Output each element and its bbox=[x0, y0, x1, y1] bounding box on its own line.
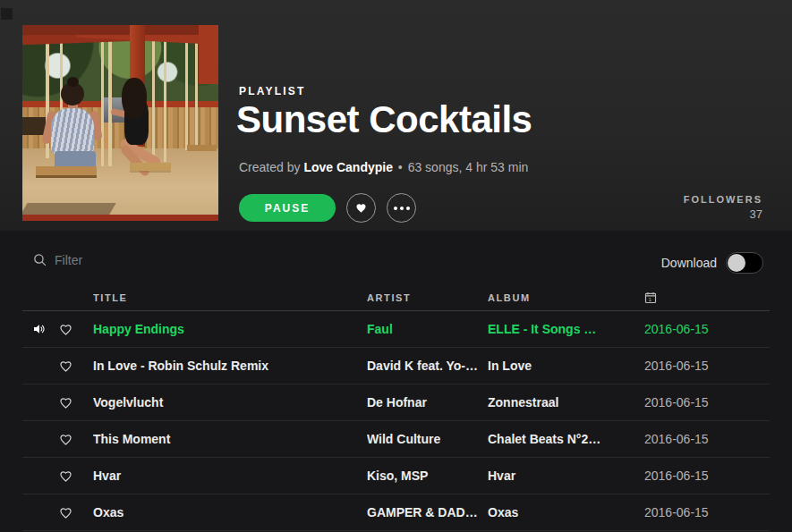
pause-button[interactable]: PAUSE bbox=[239, 194, 336, 222]
byline-separator: • bbox=[398, 160, 403, 174]
table-row[interactable]: Oxas GAMPER & DAD… Oxas 2016-06-15 bbox=[22, 494, 770, 531]
download-toggle[interactable] bbox=[726, 252, 763, 274]
byline: Created by Love Candypie • 63 songs, 4 h… bbox=[239, 160, 528, 174]
track-title[interactable]: In Love - Robin Schulz Remix bbox=[93, 359, 367, 373]
track-artist[interactable]: Kiso, MSP bbox=[367, 469, 488, 483]
track-title[interactable]: Happy Endings bbox=[93, 322, 367, 336]
track-date-added: 2016-06-15 bbox=[644, 322, 770, 336]
track-artist[interactable]: GAMPER & DAD… bbox=[367, 505, 488, 519]
page-title: Sunset Cocktails bbox=[236, 98, 532, 141]
like-track-heart-icon[interactable] bbox=[58, 505, 73, 520]
column-header-date-added[interactable]: 1 bbox=[644, 291, 770, 304]
track-album[interactable]: ELLE - It Songs … bbox=[488, 322, 644, 336]
track-artist[interactable]: Faul bbox=[367, 322, 488, 336]
track-title[interactable]: This Moment bbox=[93, 432, 367, 446]
like-track-heart-icon[interactable] bbox=[58, 432, 73, 447]
svg-text:1: 1 bbox=[649, 296, 653, 301]
like-track-heart-icon[interactable] bbox=[58, 395, 73, 410]
followers-label: FOLLOWERS bbox=[684, 194, 762, 205]
track-album[interactable]: Oxas bbox=[488, 505, 644, 519]
playlist-hero: PLAYLIST Sunset Cocktails Created by Lov… bbox=[0, 0, 792, 231]
table-row[interactable]: In Love - Robin Schulz Remix David K fea… bbox=[22, 348, 770, 384]
track-artist[interactable]: De Hofnar bbox=[367, 395, 488, 410]
more-options-button[interactable] bbox=[387, 193, 416, 223]
column-header-album[interactable]: ALBUM bbox=[488, 292, 644, 303]
filter-search bbox=[32, 252, 251, 267]
track-album[interactable]: Zonnestraal bbox=[488, 395, 644, 410]
track-title[interactable]: Vogelvlucht bbox=[93, 395, 367, 410]
track-artist[interactable]: David K feat. Yo-… bbox=[367, 359, 488, 373]
like-track-heart-icon[interactable] bbox=[58, 359, 73, 374]
track-date-added: 2016-06-15 bbox=[644, 505, 770, 519]
owner-link[interactable]: Love Candypie bbox=[303, 160, 393, 174]
search-icon[interactable] bbox=[32, 252, 47, 267]
like-playlist-button[interactable] bbox=[346, 193, 376, 223]
track-album[interactable]: Hvar bbox=[488, 469, 644, 483]
table-header-row: TITLE ARTIST ALBUM 1 bbox=[22, 284, 770, 311]
track-artist[interactable]: Wild Culture bbox=[367, 432, 488, 446]
table-row[interactable]: Happy Endings Faul ELLE - It Songs … 201… bbox=[22, 311, 770, 348]
window-corner-mark bbox=[1, 8, 13, 20]
followers-block: FOLLOWERS 37 bbox=[684, 194, 762, 221]
column-header-title[interactable]: TITLE bbox=[93, 292, 367, 303]
calendar-icon: 1 bbox=[644, 291, 770, 304]
track-date-added: 2016-06-15 bbox=[644, 395, 770, 410]
column-header-artist[interactable]: ARTIST bbox=[367, 292, 488, 303]
track-title[interactable]: Oxas bbox=[93, 505, 367, 519]
filter-input[interactable] bbox=[55, 253, 251, 267]
playlist-stats: 63 songs, 4 hr 53 min bbox=[408, 160, 529, 174]
track-date-added: 2016-06-15 bbox=[644, 432, 770, 446]
playlist-type-label: PLAYLIST bbox=[239, 85, 306, 97]
playback-controls: PAUSE bbox=[239, 193, 416, 223]
track-date-added: 2016-06-15 bbox=[644, 469, 770, 483]
table-row[interactable]: Vogelvlucht De Hofnar Zonnestraal 2016-0… bbox=[22, 384, 770, 421]
heart-filled-icon bbox=[354, 201, 368, 215]
ellipsis-icon bbox=[394, 207, 410, 210]
track-date-added: 2016-06-15 bbox=[644, 359, 770, 373]
playlist-cover-art[interactable] bbox=[22, 25, 218, 221]
track-album[interactable]: Chalet Beats N°2… bbox=[488, 432, 644, 446]
track-table: TITLE ARTIST ALBUM 1 Happy Endings Fau bbox=[22, 284, 770, 531]
created-by-text: Created by bbox=[239, 160, 300, 174]
download-label: Download bbox=[661, 256, 717, 270]
like-track-heart-icon[interactable] bbox=[58, 322, 73, 337]
table-row[interactable]: Hvar Kiso, MSP Hvar 2016-06-15 bbox=[22, 458, 770, 494]
download-control: Download bbox=[661, 252, 763, 274]
now-playing-speaker-icon bbox=[32, 322, 47, 336]
track-title[interactable]: Hvar bbox=[93, 469, 367, 483]
track-album[interactable]: In Love bbox=[488, 359, 644, 373]
table-row[interactable]: This Moment Wild Culture Chalet Beats N°… bbox=[22, 421, 770, 458]
followers-count: 37 bbox=[684, 207, 762, 221]
table-body: Happy Endings Faul ELLE - It Songs … 201… bbox=[22, 311, 770, 531]
like-track-heart-icon[interactable] bbox=[58, 469, 73, 484]
toggle-knob bbox=[728, 254, 745, 272]
